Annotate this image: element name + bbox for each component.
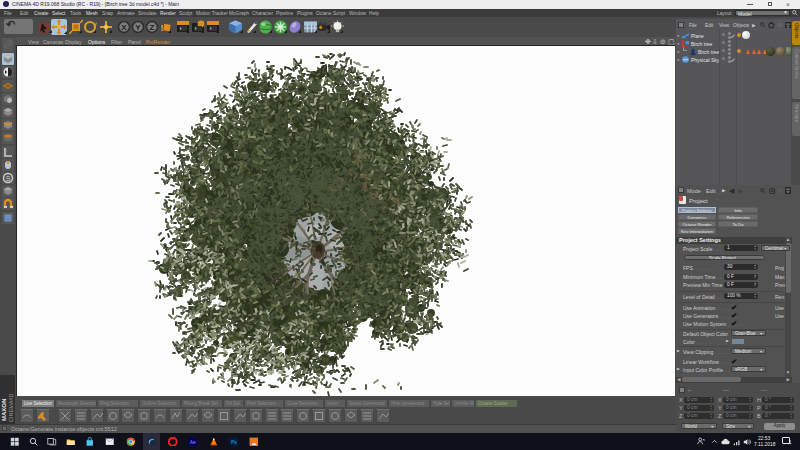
- svg-text:S: S: [5, 175, 10, 182]
- svg-text:Ps: Ps: [231, 439, 237, 444]
- svg-text:Ae: Ae: [190, 439, 196, 444]
- svg-text:X: X: [121, 23, 127, 32]
- svg-text:Z: Z: [150, 23, 155, 32]
- svg-text:!: !: [161, 22, 164, 32]
- svg-text:Y: Y: [135, 23, 141, 32]
